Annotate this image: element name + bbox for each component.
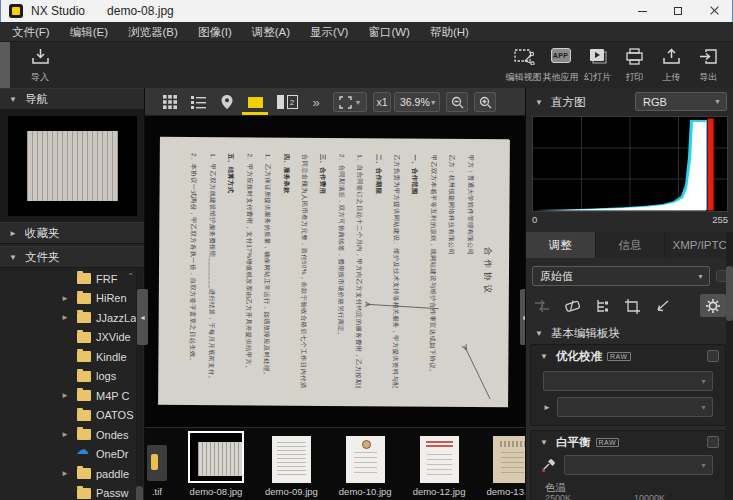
map-view-button[interactable] bbox=[215, 92, 239, 112]
list-view-button[interactable] bbox=[187, 92, 209, 112]
zoom-out-button[interactable] bbox=[446, 92, 468, 112]
straighten-button[interactable] bbox=[652, 296, 672, 316]
filmstrip-item[interactable]: demo-12.jpg bbox=[413, 436, 466, 497]
channel-select-dropdown[interactable]: RGB ▼ bbox=[635, 92, 727, 111]
collapse-triangle-icon[interactable]: ▼ bbox=[540, 438, 548, 447]
folder-row[interactable]: ► JJazzLa bbox=[0, 308, 144, 328]
eraser-button[interactable] bbox=[562, 296, 582, 316]
panel-collapse-strip[interactable] bbox=[0, 42, 10, 88]
scroll-up-arrow[interactable]: ⌃ bbox=[127, 272, 134, 281]
filmstrip-filename: demo-10.jpg bbox=[339, 486, 392, 497]
expand-arrow-icon[interactable]: ► bbox=[61, 469, 69, 478]
folder-row[interactable]: ► JXVide bbox=[0, 328, 144, 348]
tab-info[interactable]: 信息 bbox=[596, 232, 665, 258]
gray-point-picker-icon[interactable] bbox=[541, 458, 556, 472]
image-canvas[interactable]: 合作协议甲方：普通大学软件管理有限公司乙方：杭州锐捷网络科技有限公司甲乙双方本着… bbox=[145, 116, 525, 427]
navigation-thumbnail[interactable] bbox=[8, 116, 137, 216]
zoom-1to1-button[interactable]: x1 bbox=[373, 92, 391, 112]
navigation-section-header[interactable]: ▼ 导航 bbox=[0, 88, 144, 110]
filmstrip-thumbnail[interactable] bbox=[346, 436, 385, 483]
filmstrip-thumbnail[interactable] bbox=[147, 445, 167, 481]
folder-scrollbar-thumb[interactable] bbox=[136, 486, 143, 500]
edit-view-button[interactable]: 编辑视图 bbox=[505, 45, 542, 86]
filmstrip-thumbnail[interactable] bbox=[420, 436, 459, 483]
filmstrip-item[interactable]: .tif bbox=[147, 445, 167, 497]
collapse-triangle-icon[interactable]: ▼ bbox=[535, 98, 543, 107]
picture-control-sub-dropdown[interactable]: ▼ bbox=[557, 397, 713, 417]
picture-control-dropdown[interactable]: ▼ bbox=[543, 371, 713, 391]
compare-view-button[interactable]: 2 bbox=[274, 92, 300, 112]
expand-arrow-icon[interactable]: ► bbox=[61, 391, 69, 400]
zoom-in-button[interactable] bbox=[474, 92, 496, 112]
crop-button[interactable] bbox=[622, 296, 642, 316]
other-apps-button[interactable]: APP 其他应用 bbox=[542, 45, 579, 86]
settings-button[interactable] bbox=[700, 294, 726, 317]
folder-row[interactable]: ► Passw bbox=[0, 484, 144, 500]
picture-control-checkbox[interactable] bbox=[707, 350, 719, 362]
folder-row[interactable]: ► HiRen bbox=[0, 289, 144, 309]
white-balance-header[interactable]: ▼ 白平衡 RAW bbox=[531, 431, 725, 453]
minimize-button[interactable] bbox=[624, 0, 660, 22]
tab-adjustments[interactable]: 调整 bbox=[526, 232, 595, 258]
menu-item[interactable]: 显示(V) bbox=[300, 22, 358, 42]
expand-arrow-icon[interactable]: ► bbox=[61, 313, 69, 322]
filmstrip-item[interactable]: demo-10.jpg bbox=[339, 436, 392, 497]
menu-item[interactable]: 图像(I) bbox=[188, 22, 242, 42]
fit-to-screen-button[interactable]: ▼ bbox=[333, 92, 367, 112]
menubar: 文件(F)编辑(E)浏览器(B)图像(I)调整(A)显示(V)窗口(W)帮助(H… bbox=[0, 22, 733, 42]
collapse-triangle-icon[interactable]: ▼ bbox=[535, 329, 543, 338]
zoom-percent-dropdown[interactable]: 36.9% ▼ bbox=[394, 92, 440, 112]
expand-arrow-icon[interactable]: ► bbox=[543, 403, 551, 412]
preset-dropdown[interactable]: 原始值 ▼ bbox=[532, 266, 710, 286]
white-balance-checkbox[interactable] bbox=[707, 436, 719, 448]
image-view-button[interactable] bbox=[243, 92, 267, 112]
menu-item[interactable]: 调整(A) bbox=[242, 22, 300, 42]
adjustment-list-button[interactable] bbox=[592, 296, 612, 316]
fit-screen-icon bbox=[339, 96, 352, 109]
close-button[interactable] bbox=[696, 0, 732, 22]
export-button[interactable]: 导出 bbox=[690, 45, 727, 86]
print-button[interactable]: 打印 bbox=[616, 45, 653, 86]
picture-control-header[interactable]: ▼ 优化校准 RAW bbox=[531, 345, 725, 367]
filmstrip-item[interactable]: demo-08.jpg bbox=[188, 431, 244, 497]
collapse-triangle-icon[interactable]: ▼ bbox=[9, 253, 17, 262]
grid-view-button[interactable] bbox=[159, 92, 181, 112]
menu-item[interactable]: 浏览器(B) bbox=[118, 22, 188, 42]
menu-item[interactable]: 文件(F) bbox=[2, 22, 60, 42]
folder-row[interactable]: ► paddle bbox=[0, 464, 144, 484]
more-tools-button[interactable]: » bbox=[307, 92, 325, 112]
slideshow-button[interactable]: 幻灯片 bbox=[579, 45, 616, 86]
folder-row[interactable]: ► FRF bbox=[0, 269, 144, 289]
folder-row[interactable]: ► Ondes bbox=[0, 425, 144, 445]
favorites-section-header[interactable]: ► 收藏夹 bbox=[0, 222, 144, 244]
folder-icon bbox=[77, 371, 91, 382]
folder-row[interactable]: ► OATOS bbox=[0, 406, 144, 426]
menu-item[interactable]: 编辑(E) bbox=[60, 22, 118, 42]
folder-row[interactable]: ► OneDr bbox=[0, 445, 144, 465]
filmstrip-thumbnail[interactable] bbox=[188, 431, 244, 483]
folders-section-header[interactable]: ▼ 文件夹 bbox=[0, 246, 144, 268]
menu-item[interactable]: 窗口(W) bbox=[358, 22, 420, 42]
collapse-triangle-icon[interactable]: ▼ bbox=[540, 352, 548, 361]
panel-scrollbar-thumb[interactable] bbox=[726, 266, 733, 321]
import-button[interactable]: 导入 bbox=[18, 45, 62, 86]
tab-xmp-iptc[interactable]: XMP/IPTC bbox=[665, 232, 733, 258]
upload-button[interactable]: 上传 bbox=[653, 45, 690, 86]
folder-row[interactable]: ► M4P C bbox=[0, 386, 144, 406]
menu-item[interactable]: 帮助(H) bbox=[420, 22, 479, 42]
import-icon bbox=[31, 48, 50, 65]
folder-icon bbox=[77, 332, 91, 343]
filmstrip-item[interactable]: demo-09.jpg bbox=[265, 436, 318, 497]
white-balance-dropdown[interactable]: ▼ bbox=[564, 455, 713, 475]
expand-triangle-icon[interactable]: ► bbox=[9, 229, 17, 238]
maximize-button[interactable] bbox=[660, 0, 696, 22]
filmstrip-thumbnail[interactable] bbox=[272, 436, 311, 483]
folder-row[interactable]: ► Kindle bbox=[0, 347, 144, 367]
collapse-triangle-icon[interactable]: ▼ bbox=[9, 95, 17, 104]
folder-row[interactable]: ► logs bbox=[0, 367, 144, 387]
expand-arrow-icon[interactable]: ► bbox=[61, 430, 69, 439]
basic-edit-section-header[interactable]: ▼ 基本编辑板块 bbox=[526, 322, 733, 344]
expand-arrow-icon[interactable]: ► bbox=[61, 294, 69, 303]
copy-adjustments-button[interactable] bbox=[532, 296, 552, 316]
left-panel-collapse-handle[interactable]: ◄ bbox=[137, 289, 148, 345]
